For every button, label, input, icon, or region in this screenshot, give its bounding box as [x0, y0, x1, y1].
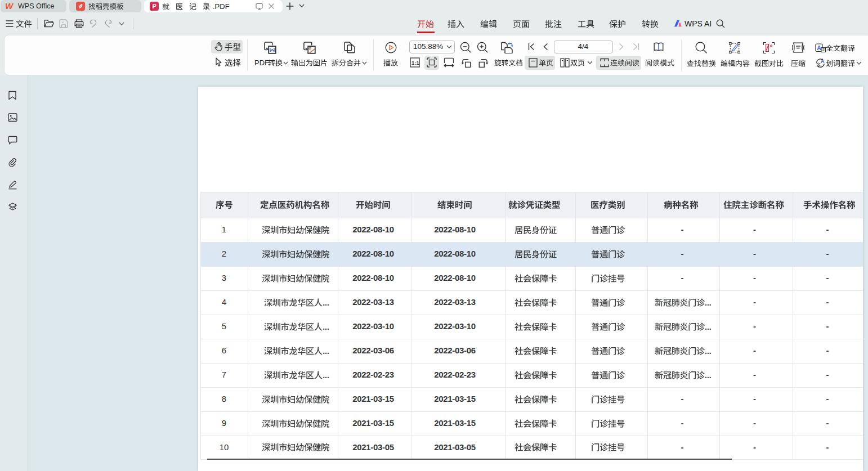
svg-text:1:1: 1:1: [411, 60, 419, 66]
svg-text:A: A: [817, 44, 821, 51]
svg-text:A: A: [821, 58, 825, 64]
svg-text:W: W: [5, 2, 14, 11]
svg-text:P: P: [153, 3, 156, 10]
